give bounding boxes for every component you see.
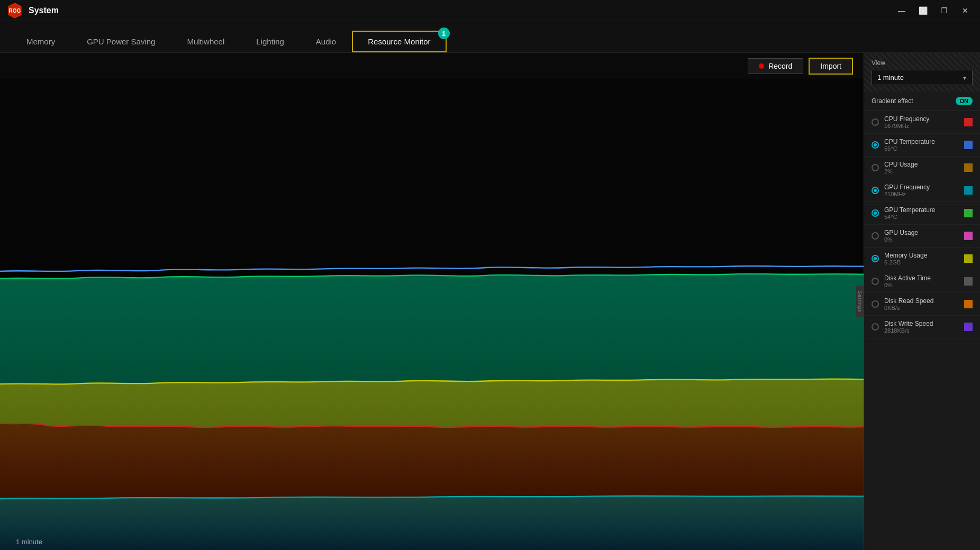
metric-row-disk-read: Disk Read Speed0KB/s	[864, 293, 980, 316]
metric-info-cpu-usage: CPU Usage2%	[884, 161, 959, 175]
metric-value-cpu-temp: 55°C	[884, 145, 959, 152]
titlebar-controls: — ⬜ ❐ ✕	[893, 2, 974, 19]
panel-header: View 1 minute 5 minutes 15 minutes 30 mi…	[864, 53, 980, 91]
sidebar-toggle-label: Settings	[857, 291, 863, 313]
rog-logo-icon: ROG	[6, 2, 23, 19]
metric-radio-gpu-temp[interactable]	[872, 209, 879, 217]
metric-value-disk-read: 0KB/s	[884, 305, 959, 311]
main-content: Record Import	[0, 53, 980, 550]
metric-color-disk-read	[964, 300, 973, 308]
minimize-button[interactable]: —	[893, 2, 910, 19]
metric-value-memory-usage: 6.2GB	[884, 259, 959, 265]
view-select-wrapper: 1 minute 5 minutes 15 minutes 30 minutes…	[872, 70, 973, 85]
chart-time-label: 1 minute	[16, 538, 42, 546]
gradient-effect-label: Gradient effect	[872, 97, 913, 105]
metric-row-memory-usage: Memory Usage6.2GB	[864, 248, 980, 270]
metric-radio-gpu-usage[interactable]	[872, 232, 879, 240]
metric-row-cpu-freq: CPU Frequency1679MHz	[864, 111, 980, 134]
metric-row-cpu-temp: CPU Temperature55°C	[864, 134, 980, 157]
tab-badge-1: 1	[438, 28, 450, 39]
tab-gpu-power-saving[interactable]: GPU Power Saving	[71, 31, 171, 52]
tab-multiwheel[interactable]: Multiwheel	[171, 31, 240, 52]
tab-resource-monitor[interactable]: Resource Monitor 1	[352, 31, 446, 52]
metric-value-disk-write: 2818KB/s	[884, 327, 959, 334]
restore-button[interactable]: ⬜	[914, 2, 931, 19]
metric-name-gpu-usage: GPU Usage	[884, 229, 959, 236]
metric-value-gpu-usage: 0%	[884, 236, 959, 243]
metric-color-memory-usage	[964, 254, 973, 263]
gradient-effect-row: Gradient effect ON	[864, 91, 980, 111]
metric-name-disk-active: Disk Active Time	[884, 274, 959, 282]
metric-row-disk-write: Disk Write Speed2818KB/s	[864, 316, 980, 338]
metric-radio-disk-active[interactable]	[872, 278, 879, 285]
app-title: System	[29, 6, 59, 15]
metric-name-memory-usage: Memory Usage	[884, 252, 959, 259]
metric-info-memory-usage: Memory Usage6.2GB	[884, 252, 959, 265]
metric-value-cpu-usage: 2%	[884, 168, 959, 175]
metric-row-gpu-freq: GPU Frequency210MHz	[864, 179, 980, 202]
metric-radio-disk-write[interactable]	[872, 323, 879, 331]
metric-radio-gpu-freq[interactable]	[872, 187, 879, 194]
resource-chart-svg	[0, 79, 864, 550]
metric-color-gpu-temp	[964, 209, 973, 217]
svg-text:ROG: ROG	[9, 8, 21, 14]
chart-canvas: 1 minute	[0, 79, 864, 550]
metric-color-disk-write	[964, 323, 973, 331]
metric-info-disk-write: Disk Write Speed2818KB/s	[884, 320, 959, 334]
metric-row-gpu-usage: GPU Usage0%	[864, 225, 980, 248]
chart-area: Record Import	[0, 53, 864, 550]
metric-radio-disk-read[interactable]	[872, 300, 879, 308]
metric-row-gpu-temp: GPU Temperature54°C	[864, 202, 980, 225]
metric-name-cpu-temp: CPU Temperature	[884, 138, 959, 145]
tab-lighting[interactable]: Lighting	[240, 31, 300, 52]
tab-memory[interactable]: Memory	[11, 31, 71, 52]
metric-radio-cpu-temp[interactable]	[872, 141, 879, 149]
metric-value-disk-active: 0%	[884, 282, 959, 288]
metric-info-gpu-usage: GPU Usage0%	[884, 229, 959, 243]
metric-radio-memory-usage[interactable]	[872, 255, 879, 262]
chart-toolbar: Record Import	[0, 53, 864, 79]
metric-info-gpu-freq: GPU Frequency210MHz	[884, 184, 959, 197]
metric-row-cpu-usage: CPU Usage2%	[864, 157, 980, 179]
metric-name-disk-read: Disk Read Speed	[884, 297, 959, 305]
record-button[interactable]: Record	[748, 58, 803, 74]
metric-value-gpu-temp: 54°C	[884, 214, 959, 220]
view-label: View	[872, 59, 973, 67]
metric-color-cpu-freq	[964, 118, 973, 126]
metric-radio-cpu-freq[interactable]	[872, 118, 879, 126]
metric-color-disk-active	[964, 277, 973, 286]
metric-name-gpu-temp: GPU Temperature	[884, 206, 959, 214]
restore2-button[interactable]: ❐	[936, 2, 952, 19]
metric-info-gpu-temp: GPU Temperature54°C	[884, 206, 959, 220]
metric-radio-cpu-usage[interactable]	[872, 164, 879, 171]
metric-name-gpu-freq: GPU Frequency	[884, 184, 959, 191]
close-button[interactable]: ✕	[957, 2, 974, 19]
metric-info-cpu-temp: CPU Temperature55°C	[884, 138, 959, 152]
right-panel: 2 View 1 minute 5 minutes 15 minutes 30 …	[864, 53, 980, 550]
metric-info-cpu-freq: CPU Frequency1679MHz	[884, 115, 959, 129]
gradient-toggle[interactable]: ON	[956, 97, 973, 105]
metrics-list: CPU Frequency1679MHzCPU Temperature55°CC…	[864, 111, 980, 338]
metric-name-cpu-usage: CPU Usage	[884, 161, 959, 168]
titlebar: ROG System — ⬜ ❐ ✕	[0, 0, 980, 21]
metric-color-cpu-usage	[964, 163, 973, 172]
metric-info-disk-active: Disk Active Time0%	[884, 274, 959, 288]
metric-value-cpu-freq: 1679MHz	[884, 123, 959, 129]
metric-color-gpu-freq	[964, 186, 973, 195]
metric-row-disk-active: Disk Active Time0%	[864, 270, 980, 293]
view-select[interactable]: 1 minute 5 minutes 15 minutes 30 minutes	[872, 70, 973, 85]
titlebar-left: ROG System	[6, 2, 59, 19]
metric-name-cpu-freq: CPU Frequency	[884, 115, 959, 123]
metric-name-disk-write: Disk Write Speed	[884, 320, 959, 327]
sidebar-toggle[interactable]: Settings	[856, 286, 864, 317]
metric-value-gpu-freq: 210MHz	[884, 191, 959, 197]
tab-audio[interactable]: Audio	[300, 31, 352, 52]
import-button[interactable]: Import	[809, 58, 853, 75]
tabbar: Memory GPU Power Saving Multiwheel Light…	[0, 21, 980, 53]
metric-color-gpu-usage	[964, 232, 973, 240]
metric-color-cpu-temp	[964, 141, 973, 149]
record-dot-icon	[759, 63, 764, 69]
metric-info-disk-read: Disk Read Speed0KB/s	[884, 297, 959, 311]
